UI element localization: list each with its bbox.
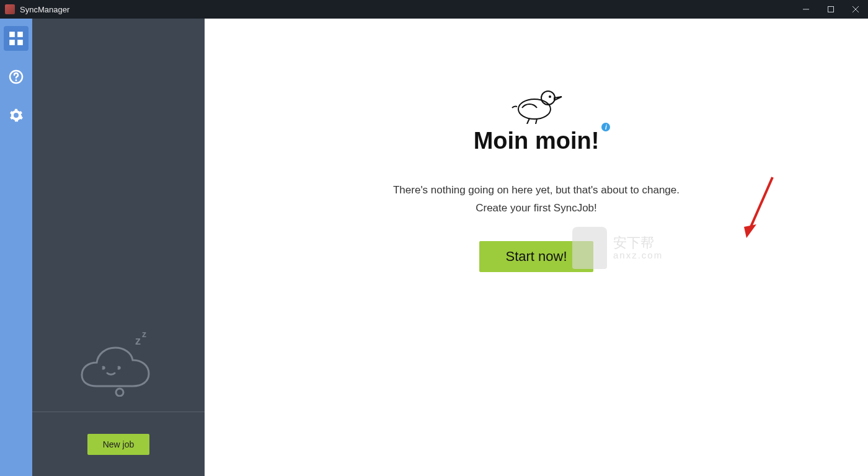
help-icon	[9, 69, 24, 84]
nav-help[interactable]	[4, 64, 29, 89]
subtext-line2: Create your first SyncJob!	[393, 200, 680, 218]
job-list-empty: z z	[32, 19, 205, 412]
watermark-line2: anxz.com	[613, 250, 663, 261]
svg-line-17	[536, 119, 537, 124]
svg-rect-7	[17, 40, 23, 45]
svg-point-10	[116, 389, 123, 396]
svg-rect-6	[9, 40, 15, 45]
new-job-area: New job	[32, 412, 205, 476]
watermark-line1: 安下帮	[613, 236, 663, 250]
titlebar: SyncManager	[0, 0, 868, 19]
job-panel: z z New job	[32, 19, 205, 476]
nav-settings[interactable]	[4, 103, 29, 128]
minimize-button[interactable]	[794, 0, 818, 19]
grid-icon	[8, 30, 24, 46]
info-badge[interactable]: i	[601, 123, 610, 131]
svg-point-13	[518, 99, 551, 119]
svg-rect-4	[9, 32, 15, 37]
maximize-button[interactable]	[818, 0, 843, 19]
welcome-subtext: There's nothing going on here yet, but t…	[393, 182, 680, 218]
svg-rect-1	[828, 7, 834, 12]
svg-text:z: z	[135, 335, 141, 347]
maximize-icon	[828, 6, 834, 12]
app-title: SyncManager	[20, 5, 69, 14]
svg-rect-5	[17, 32, 23, 37]
svg-point-15	[549, 95, 551, 98]
svg-line-16	[527, 118, 529, 124]
seagull-icon	[508, 81, 564, 124]
subtext-line1: There's nothing going on here yet, but t…	[393, 182, 680, 200]
svg-point-9	[16, 79, 17, 81]
watermark-text: 安下帮 anxz.com	[613, 236, 663, 261]
heading-text: Moin moin!	[474, 128, 600, 154]
nav-rail	[0, 19, 32, 476]
gear-icon	[9, 108, 24, 123]
svg-point-14	[541, 91, 555, 105]
sleeping-cloud-icon: z z	[75, 328, 162, 397]
svg-text:z: z	[142, 329, 146, 339]
minimize-icon	[803, 6, 809, 12]
start-now-button[interactable]: Start now!	[479, 241, 593, 272]
welcome-heading: Moin moin! i	[474, 128, 600, 154]
nav-dashboard[interactable]	[4, 26, 29, 51]
app-icon	[5, 4, 15, 14]
svg-marker-19	[744, 224, 756, 238]
close-button[interactable]	[843, 0, 868, 19]
close-icon	[852, 6, 859, 12]
svg-line-18	[750, 177, 773, 228]
new-job-button[interactable]: New job	[87, 434, 149, 455]
main-content: Moin moin! i There's nothing going on he…	[205, 19, 868, 476]
annotation-arrow	[742, 175, 779, 243]
